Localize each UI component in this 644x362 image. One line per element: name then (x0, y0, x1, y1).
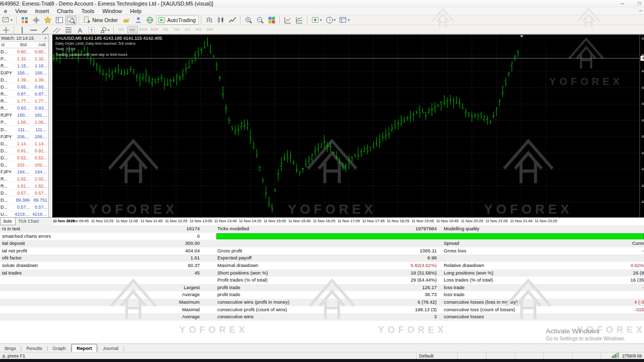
status-cell (515, 352, 544, 359)
toolbar-draw: AT▾M1M5M15M30H1H4D1W1MN (0, 25, 644, 34)
timeframe-d1-button[interactable]: D1 (183, 26, 193, 33)
eraser-button[interactable] (121, 16, 132, 25)
market-watch-row[interactable]: D...111....111.... (0, 126, 48, 133)
menu-item-e[interactable]: e (0, 8, 11, 15)
equidistant-channel-button[interactable] (51, 26, 62, 35)
ask-value: 0.80... (35, 48, 47, 55)
zoom-in-button[interactable] (243, 16, 254, 25)
chart-window[interactable]: YOFOREXYOFOREXYOFOREXYOFOREX 44444444444… (52, 34, 644, 217)
timeframe-m5-button[interactable]: M5 (127, 26, 138, 33)
status-profile[interactable]: Default (417, 352, 458, 359)
market-watch-row[interactable]: R...2.02...2.02... (0, 175, 48, 183)
visual-test-button[interactable] (65, 16, 76, 25)
horizontal-line-button[interactable] (28, 26, 39, 35)
menu-item-window[interactable]: Window (98, 8, 126, 15)
ask-value: 1.39... (35, 76, 47, 83)
report-value: 300.00 (116, 240, 200, 247)
template-button[interactable]: ▾ (338, 16, 351, 25)
menu-item-view[interactable]: View (11, 8, 31, 15)
menu-item-tools[interactable]: Tools (77, 8, 99, 15)
market-watch-row[interactable]: U...4219....4219.... (0, 211, 48, 217)
market-watch-row[interactable]: DJPY156....156.... (0, 69, 48, 76)
cursor-crosshair-button[interactable] (1, 26, 12, 35)
tile-windows-icon (268, 16, 276, 24)
market-watch-row[interactable]: D...1.39...1.39... (0, 76, 48, 83)
report-value: - (541, 247, 644, 255)
chart-canvas[interactable] (52, 35, 640, 217)
market-watch-row[interactable]: FJPY194....194.... (0, 168, 48, 175)
timeframe-h1-button[interactable]: H1 (160, 26, 171, 33)
shapes-button[interactable]: ▾ (98, 26, 111, 35)
new-order-button[interactable]: New Order (82, 16, 121, 25)
timeframe-m15-button[interactable]: M15 (138, 26, 149, 33)
mdi-minimize-button[interactable]: – (639, 8, 642, 13)
market-watch-row[interactable]: P...1.32...1.32... (0, 55, 48, 62)
tester-tab-report[interactable]: Report (71, 344, 97, 352)
report-row: ofit factor1.61Expected payoff8.98 (0, 254, 644, 262)
crosshair-button[interactable] (31, 16, 42, 25)
expert-advisor-icon (134, 16, 142, 24)
tile-windows-button[interactable] (266, 16, 277, 25)
bar-chart-button[interactable] (204, 16, 215, 25)
minimize-button[interactable]: – (615, 1, 630, 7)
expert-advisor-button[interactable] (133, 16, 144, 25)
autotrading-button[interactable]: AutoTrading (156, 16, 199, 25)
timeframe-m1-button[interactable]: M1 (116, 26, 127, 33)
market-watch-row[interactable]: R...1.15...1.16... (0, 62, 48, 69)
timeframe-mn-button[interactable]: MN (205, 26, 215, 33)
chart-window-button[interactable]: ▾ (1, 16, 14, 25)
candlestick-chart-button[interactable] (215, 16, 226, 25)
ask-value: 1.16... (35, 62, 47, 69)
tester-tab-journal[interactable]: Journal (98, 344, 123, 352)
market-watch-row[interactable]: D...0.52...0.52... (0, 154, 48, 161)
profile-button[interactable] (19, 16, 30, 25)
toolbar-divider (307, 16, 307, 24)
fibonacci-button[interactable] (63, 26, 74, 35)
vertical-line-button[interactable] (17, 26, 28, 35)
add-indicator-button[interactable]: ▾ (310, 16, 324, 25)
community-globe-button[interactable] (144, 16, 155, 25)
market-watch-row[interactable]: D...0.57...0.57... (0, 204, 48, 211)
market-watch-row[interactable]: D...0.57...0.57... (0, 190, 48, 197)
timeframe-m30-button[interactable]: M30 (149, 26, 160, 33)
market-watch-row[interactable]: RJPY180....181.... (0, 112, 48, 119)
favorites-star-button[interactable] (42, 16, 53, 25)
market-watch-row[interactable]: D...89.38689.751 (0, 197, 48, 204)
zoom-out-button[interactable] (255, 16, 266, 25)
text-box-button[interactable]: T (86, 26, 97, 35)
indicator-window-button[interactable] (282, 16, 293, 25)
market-watch-tab-symbols[interactable]: bols (0, 218, 16, 225)
report-value: 4.62% (541, 262, 644, 269)
maximize-button[interactable]: □ (632, 1, 644, 7)
time-axis[interactable]: 11 Nov 202511 Nov 09:4511 Nov 10:2511 No… (52, 217, 644, 225)
market-watch-row[interactable]: R...1.61...1.62... (0, 183, 48, 190)
market-watch-row[interactable]: R...1.77...1.77... (0, 98, 48, 105)
trendline-button[interactable] (40, 26, 51, 35)
market-watch-row[interactable]: R...0.93...0.93... (0, 105, 48, 112)
bid-value: 156.... (17, 69, 30, 76)
close-icon[interactable]: × (44, 35, 47, 42)
market-watch-tab-tick-chart[interactable]: Tick Chart (16, 218, 42, 225)
market-watch-row[interactable]: D...0.65...0.65... (0, 83, 48, 90)
market-watch-row[interactable]: PJPY206....206.... (0, 133, 48, 140)
tester-tab-graph[interactable]: Graph (48, 344, 70, 352)
menu-item-insert[interactable]: Insert (31, 8, 53, 15)
tester-tab-results[interactable]: Results (22, 344, 47, 352)
menu-item-charts[interactable]: Charts (53, 8, 77, 15)
tester-tab-ttings[interactable]: ttings (0, 344, 21, 352)
text-label-button[interactable]: A (74, 26, 86, 35)
market-watch-row[interactable]: D...102....102.... (0, 161, 48, 168)
timeframe-h4-button[interactable]: H4 (172, 26, 182, 33)
layouts-button[interactable] (54, 16, 65, 25)
menu-item-help[interactable]: Help (126, 8, 146, 15)
line-chart-button[interactable] (227, 16, 238, 25)
market-watch-row[interactable]: D...1.14...1.14... (0, 140, 48, 147)
market-watch-row[interactable]: D...0.80...0.80... (0, 48, 48, 55)
period-clock-button[interactable]: ▾ (324, 16, 338, 25)
market-watch-row[interactable]: D...0.91...0.91... (0, 147, 48, 154)
market-watch-row[interactable]: R...0.87...0.87... (0, 90, 48, 98)
indicator-chart-button[interactable] (294, 16, 305, 25)
market-watch-row[interactable]: P...1.06...1.06... (0, 119, 48, 126)
timeframe-w1-button[interactable]: W1 (194, 26, 204, 33)
report-value: Average (116, 291, 200, 299)
